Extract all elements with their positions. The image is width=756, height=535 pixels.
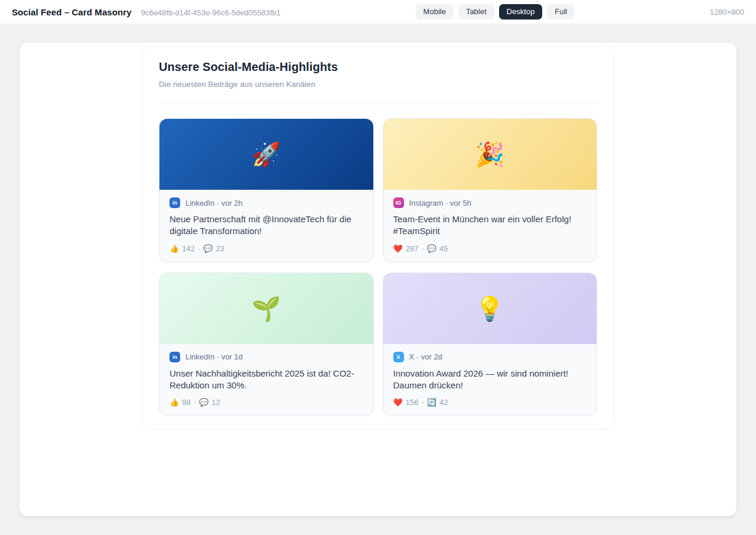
card-image-3: 💡 <box>383 273 597 344</box>
platform-and-time-label: LinkedIn · vor 2h <box>185 199 243 207</box>
platform-and-time-label: Instagram · vor 5h <box>409 199 472 207</box>
post-stats: 👍 98 · 💬 12 <box>170 398 363 407</box>
platform-and-time-label: X · vor 2d <box>409 352 442 361</box>
top-toolbar: Social Feed – Card Masonry 9c6e48fb-d14f… <box>0 0 756 24</box>
thumbs-up-icon: 👍 <box>170 244 179 253</box>
social-card-linkedin-1[interactable]: 🚀 in LinkedIn · vor 2h Neue Partnerschaf… <box>159 118 374 262</box>
rocket-emoji: 🚀 <box>252 142 281 166</box>
platform-badge-2: in <box>170 352 180 362</box>
card-meta-row: in LinkedIn · vor 1d <box>170 352 363 362</box>
card-meta-row: in LinkedIn · vor 2h <box>170 197 363 208</box>
preview-panel: Unsere Social-Media-Highlights Die neues… <box>19 43 737 516</box>
page-title: Social Feed – Card Masonry <box>12 7 132 17</box>
card-body: in LinkedIn · vor 1d Unser Nachhaltigkei… <box>159 344 373 416</box>
viewport-size-label: 1280×800 <box>710 8 744 17</box>
like-count: 156 <box>406 398 419 407</box>
post-text: Innovation Award 2026 — wir sind nominie… <box>393 368 587 392</box>
card-image-2: 🌱 <box>159 273 373 344</box>
light-bulb-emoji: 💡 <box>475 297 504 320</box>
comment-count: 12 <box>211 398 220 407</box>
like-count: 142 <box>182 244 195 253</box>
heart-icon: ❤️ <box>393 398 403 407</box>
heart-icon: ❤️ <box>393 244 403 253</box>
card-image-0: 🚀 <box>159 119 373 190</box>
stat-separator: · <box>198 244 200 253</box>
platform-badge-3: X <box>393 352 404 362</box>
device-toggle-group: Mobile Tablet Desktop Full <box>416 4 575 20</box>
feed-subtitle: Die neuesten Beiträge aus unseren Kanäle… <box>159 80 597 89</box>
card-body: IG Instagram · vor 5h Team-Event in Münc… <box>383 190 597 262</box>
thumbs-up-icon: 👍 <box>170 398 179 407</box>
post-text: Team-Event in München war ein voller Erf… <box>393 213 587 238</box>
stat-separator: · <box>421 244 423 253</box>
toolbar-left-group: Social Feed – Card Masonry 9c6e48fb-d14f… <box>12 7 281 17</box>
feed-title: Unsere Social-Media-Highlights <box>159 60 597 74</box>
party-popper-emoji: 🎉 <box>475 142 504 166</box>
social-card-instagram[interactable]: 🎉 IG Instagram · vor 5h Team-Event in Mü… <box>383 118 598 262</box>
repost-count: 42 <box>439 398 448 407</box>
seedling-emoji: 🌱 <box>252 297 281 320</box>
like-count: 287 <box>406 244 419 253</box>
platform-and-time-label: LinkedIn · vor 1d <box>185 352 243 361</box>
preview-area: Unsere Social-Media-Highlights Die neues… <box>0 24 756 535</box>
device-button-desktop[interactable]: Desktop <box>499 4 543 20</box>
document-uuid: 9c6e48fb-d14f-453e-96c6-5ded05583fb1 <box>141 8 281 17</box>
card-masonry-grid: 🚀 in LinkedIn · vor 2h Neue Partnerschaf… <box>159 118 597 416</box>
device-button-full[interactable]: Full <box>547 4 575 20</box>
device-button-tablet[interactable]: Tablet <box>458 4 494 20</box>
social-card-x[interactable]: 💡 X X · vor 2d Innovation Award 2026 — w… <box>383 273 598 417</box>
card-body: in LinkedIn · vor 2h Neue Partnerschaft … <box>159 190 373 262</box>
retweet-icon: 🔄 <box>427 398 436 407</box>
post-text: Neue Partnerschaft mit @InnovateTech für… <box>170 213 363 238</box>
comment-count: 23 <box>216 244 224 253</box>
post-stats: ❤️ 287 · 💬 45 <box>393 244 587 253</box>
platform-badge-1: IG <box>393 197 404 208</box>
card-meta-row: X X · vor 2d <box>393 352 587 362</box>
card-meta-row: IG Instagram · vor 5h <box>393 197 587 208</box>
comment-icon: 💬 <box>199 398 208 407</box>
feed-header: Unsere Social-Media-Highlights Die neues… <box>159 47 597 104</box>
stat-separator: · <box>421 398 423 407</box>
like-count: 98 <box>182 398 190 407</box>
post-text: Unser Nachhaltigkeitsbericht 2025 ist da… <box>170 368 363 392</box>
card-image-1: 🎉 <box>383 119 597 190</box>
device-button-mobile[interactable]: Mobile <box>416 4 454 20</box>
comment-count: 45 <box>439 244 448 253</box>
comment-icon: 💬 <box>427 244 436 253</box>
social-card-linkedin-2[interactable]: 🌱 in LinkedIn · vor 1d Unser Nachhaltigk… <box>159 273 374 417</box>
post-stats: 👍 142 · 💬 23 <box>170 244 363 253</box>
card-body: X X · vor 2d Innovation Award 2026 — wir… <box>383 344 597 416</box>
social-feed-panel: Unsere Social-Media-Highlights Die neues… <box>142 46 614 430</box>
post-stats: ❤️ 156 · 🔄 42 <box>393 398 587 407</box>
comment-icon: 💬 <box>203 244 213 253</box>
stat-separator: · <box>194 398 196 407</box>
platform-badge-0: in <box>170 197 180 208</box>
